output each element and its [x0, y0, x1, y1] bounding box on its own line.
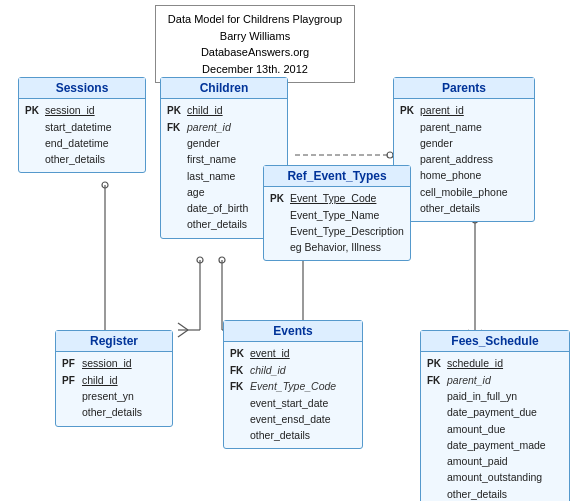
field-name: date_payment_made: [447, 437, 546, 453]
field-name: event_id: [250, 345, 290, 361]
field-key: PK: [400, 103, 418, 119]
field-key: FK: [167, 120, 185, 136]
field-name: other_details: [45, 151, 105, 167]
parents-body: PK parent_id parent_name gender parent_a…: [394, 99, 534, 221]
field-row: event_ensd_date: [230, 411, 356, 427]
field-name: first_name: [187, 151, 236, 167]
field-name: end_datetime: [45, 135, 109, 151]
diagram-container: Data Model for Childrens Playgroup Barry…: [0, 0, 588, 501]
fees-schedule-entity: Fees_Schedule PK schedule_id FK parent_i…: [420, 330, 570, 501]
field-name: cell_mobile_phone: [420, 184, 508, 200]
field-row: PK schedule_id: [427, 355, 563, 372]
field-row: start_datetime: [25, 119, 139, 135]
events-entity: Events PK event_id FK child_id FK Event_…: [223, 320, 363, 449]
field-row: end_datetime: [25, 135, 139, 151]
field-name: child_id: [187, 102, 223, 118]
field-name: eg Behavior, Illness: [290, 239, 381, 255]
field-name: date_payment_due: [447, 404, 537, 420]
field-name: other_details: [420, 200, 480, 216]
field-name: last_name: [187, 168, 235, 184]
field-row: PF session_id: [62, 355, 166, 372]
field-row: paid_in_full_yn: [427, 388, 563, 404]
field-name: parent_id: [420, 102, 464, 118]
field-row: parent_address: [400, 151, 528, 167]
field-name: Event_Type_Name: [290, 207, 379, 223]
ref-event-types-entity: Ref_Event_Types PK Event_Type_Code Event…: [263, 165, 411, 261]
field-row: FK child_id: [230, 362, 356, 379]
field-row: Event_Type_Name: [270, 207, 404, 223]
field-row: present_yn: [62, 388, 166, 404]
field-row: other_details: [62, 404, 166, 420]
field-row: PK event_id: [230, 345, 356, 362]
svg-line-8: [178, 330, 188, 337]
field-name: event_ensd_date: [250, 411, 331, 427]
field-row: FK parent_id: [167, 119, 281, 136]
title-line2: Barry Williams: [166, 28, 344, 45]
field-name: parent_name: [420, 119, 482, 135]
children-title: Children: [161, 78, 287, 99]
register-title: Register: [56, 331, 172, 352]
field-key: PK: [167, 103, 185, 119]
field-name: other_details: [82, 404, 142, 420]
field-row: gender: [167, 135, 281, 151]
field-row: FK parent_id: [427, 372, 563, 389]
sessions-body: PK session_id start_datetime end_datetim…: [19, 99, 145, 172]
field-name: gender: [420, 135, 453, 151]
field-name: other_details: [447, 486, 507, 501]
fees-schedule-title: Fees_Schedule: [421, 331, 569, 352]
parents-entity: Parents PK parent_id parent_name gender …: [393, 77, 535, 222]
field-row: amount_paid: [427, 453, 563, 469]
field-name: Event_Type_Code: [290, 190, 376, 206]
ref-event-types-body: PK Event_Type_Code Event_Type_Name Event…: [264, 187, 410, 260]
field-key: PK: [427, 356, 445, 372]
sessions-title: Sessions: [19, 78, 145, 99]
field-name: other_details: [250, 427, 310, 443]
title-box: Data Model for Childrens Playgroup Barry…: [155, 5, 355, 83]
field-key: FK: [230, 363, 248, 379]
field-row: date_payment_due: [427, 404, 563, 420]
field-row: other_details: [230, 427, 356, 443]
field-name: Event_Type_Description: [290, 223, 404, 239]
field-row: other_details: [400, 200, 528, 216]
field-key: PK: [25, 103, 43, 119]
field-name: present_yn: [82, 388, 134, 404]
field-name: parent_id: [187, 119, 231, 135]
svg-point-4: [102, 182, 108, 188]
field-row: amount_due: [427, 421, 563, 437]
field-name: gender: [187, 135, 220, 151]
field-name: paid_in_full_yn: [447, 388, 517, 404]
field-name: child_id: [250, 362, 286, 378]
ref-event-types-title: Ref_Event_Types: [264, 166, 410, 187]
field-name: Event_Type_Code: [250, 378, 336, 394]
field-name: schedule_id: [447, 355, 503, 371]
field-row: eg Behavior, Illness: [270, 239, 404, 255]
svg-point-9: [197, 257, 203, 263]
field-row: parent_name: [400, 119, 528, 135]
title-line1: Data Model for Childrens Playgroup: [166, 11, 344, 28]
field-key: PK: [230, 346, 248, 362]
field-key: PF: [62, 373, 80, 389]
field-row: other_details: [25, 151, 139, 167]
field-name: parent_address: [420, 151, 493, 167]
field-key: PF: [62, 356, 80, 372]
field-row: PK child_id: [167, 102, 281, 119]
field-key: FK: [230, 379, 248, 395]
field-name: start_datetime: [45, 119, 112, 135]
field-key: FK: [427, 373, 445, 389]
field-name: session_id: [45, 102, 95, 118]
field-row: other_details: [427, 486, 563, 501]
svg-line-7: [178, 323, 188, 330]
field-row: event_start_date: [230, 395, 356, 411]
field-row: amount_outstanding: [427, 469, 563, 485]
field-row: date_payment_made: [427, 437, 563, 453]
title-line3: DatabaseAnswers.org: [166, 44, 344, 61]
field-name: child_id: [82, 372, 118, 388]
field-row: Event_Type_Description: [270, 223, 404, 239]
field-name: home_phone: [420, 167, 481, 183]
field-row: home_phone: [400, 167, 528, 183]
field-name: age: [187, 184, 205, 200]
register-body: PF session_id PF child_id present_yn oth…: [56, 352, 172, 426]
title-line4: December 13th. 2012: [166, 61, 344, 78]
field-name: other_details: [187, 216, 247, 232]
field-row: cell_mobile_phone: [400, 184, 528, 200]
